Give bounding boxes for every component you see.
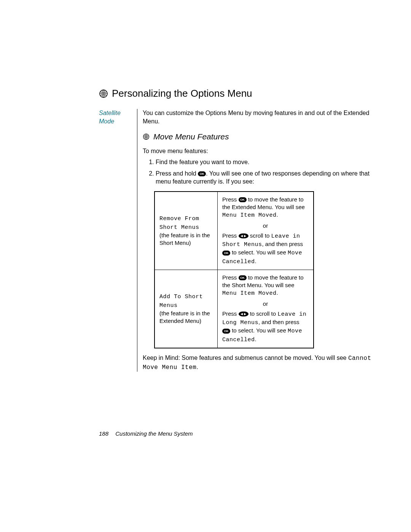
globe-icon bbox=[99, 89, 108, 98]
steps-list: Find the feature you want to move. Press… bbox=[143, 158, 377, 186]
ok-icon: OK bbox=[222, 329, 230, 334]
ok-icon: OK bbox=[222, 251, 230, 256]
step-1: Find the feature you want to move. bbox=[156, 158, 377, 166]
table-row: Remove From Short Menus (the feature is … bbox=[155, 192, 314, 270]
heading-text: Personalizing the Options Menu bbox=[112, 88, 252, 99]
page-number: 188 bbox=[99, 430, 108, 437]
lead-text: To move menu features: bbox=[143, 147, 377, 155]
row1-mono: Remove From Short Menus bbox=[159, 216, 199, 230]
scroll-icon: ◀ ▶ bbox=[239, 233, 249, 238]
subheading-text: Move Menu Features bbox=[153, 131, 229, 142]
row1-action: Press OK to move the feature to the Exte… bbox=[218, 192, 314, 270]
ok-icon: OK bbox=[239, 197, 247, 202]
table-row: Add To Short Menus (the feature is in th… bbox=[155, 270, 314, 348]
globe-icon bbox=[143, 133, 150, 140]
vertical-divider bbox=[137, 109, 137, 372]
row1-condition: Remove From Short Menus (the feature is … bbox=[155, 192, 218, 270]
ok-icon: OK bbox=[239, 275, 247, 280]
ok-icon: OK bbox=[198, 171, 206, 176]
note-paragraph: Keep in Mind: Some features and submenus… bbox=[143, 354, 377, 372]
response-table: Remove From Short Menus (the feature is … bbox=[154, 191, 314, 348]
or-divider: or bbox=[222, 300, 309, 308]
page-footer: 188 Customizing the Menu System bbox=[99, 430, 193, 437]
intro-paragraph: You can customize the Options Menu by mo… bbox=[143, 109, 377, 125]
step-2: Press and hold OK. You will see one of t… bbox=[156, 169, 377, 186]
row2-action: Press OK to move the feature to the Shor… bbox=[218, 270, 314, 348]
scroll-icon: ◀ ▶ bbox=[239, 312, 249, 316]
row2-condition: Add To Short Menus (the feature is in th… bbox=[155, 270, 218, 348]
row2-note: (the feature is in the Extended Menu) bbox=[159, 310, 210, 324]
page-heading: Personalizing the Options Menu bbox=[99, 88, 377, 99]
footer-title: Customizing the Menu System bbox=[115, 430, 193, 437]
sidebar-mode-label: Satellite Mode bbox=[99, 109, 137, 372]
or-divider: or bbox=[222, 222, 309, 230]
row2-mono: Add To Short Menus bbox=[159, 294, 203, 308]
section-subheading: Move Menu Features bbox=[143, 131, 377, 142]
row1-note: (the feature is in the Short Menu) bbox=[159, 232, 210, 246]
step-2a: Press and hold bbox=[156, 170, 198, 177]
